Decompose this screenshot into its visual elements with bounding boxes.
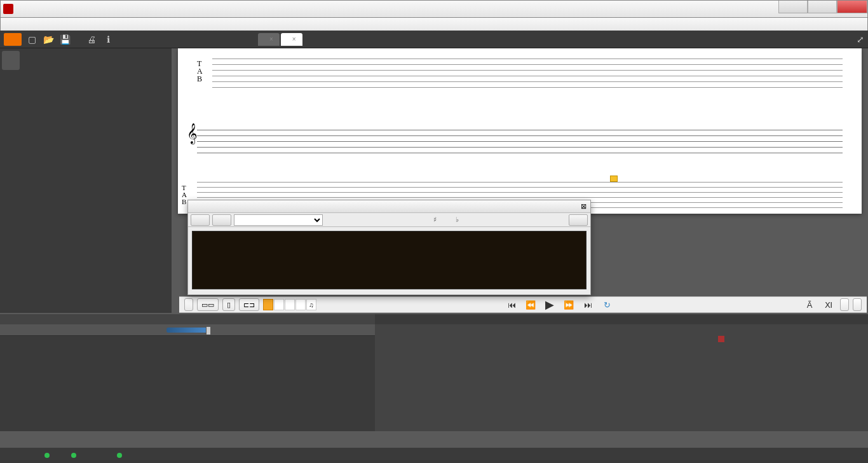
menu-view[interactable]	[96, 23, 107, 25]
brand-logo	[4, 33, 22, 46]
status-led-icon	[117, 453, 122, 458]
menu-sound[interactable]	[85, 23, 96, 25]
menu-file[interactable]	[4, 23, 16, 25]
fretboard[interactable]	[192, 231, 587, 289]
window-close[interactable]	[837, 1, 867, 13]
first-button[interactable]: ⏮	[504, 298, 519, 311]
track-header	[0, 314, 375, 324]
forward-button[interactable]: ⏩	[561, 298, 576, 311]
fretboard-panel[interactable]: ⊠ ♯ ♭	[187, 200, 591, 295]
last-button[interactable]: ⏭	[580, 298, 595, 311]
play-button[interactable]: ▶	[542, 298, 557, 311]
menu-tools[interactable]	[73, 23, 85, 25]
view-mode-2[interactable]: ▯	[222, 298, 235, 311]
playhead-marker	[718, 336, 724, 342]
loop-button[interactable]: ↻	[599, 298, 614, 311]
standard-staff: 𝄞	[197, 130, 843, 162]
voice-4-button[interactable]	[295, 299, 306, 310]
close-icon[interactable]: ×	[292, 36, 296, 43]
edition-palette	[22, 48, 172, 313]
countdown-icon[interactable]: Ⅺ	[821, 298, 836, 311]
menu-window[interactable]	[107, 23, 119, 25]
status-bar	[0, 448, 868, 463]
multivoice-button[interactable]: ♫	[306, 299, 316, 310]
close-icon[interactable]: ×	[269, 36, 273, 43]
sidetab-mixer[interactable]	[2, 127, 20, 146]
track-list	[0, 314, 375, 431]
menu-track[interactable]	[27, 23, 39, 25]
status-led-icon	[71, 453, 76, 458]
new-button[interactable]	[25, 33, 38, 46]
sidetab-chord[interactable]	[2, 153, 20, 172]
metronome-icon[interactable]: Ã	[802, 298, 817, 311]
window-titlebar	[0, 0, 868, 18]
window-maximize[interactable]	[808, 1, 837, 13]
menu-note[interactable]	[50, 23, 62, 25]
fret-next-button[interactable]	[212, 214, 231, 226]
save-button[interactable]	[58, 33, 71, 46]
fretboard-close-icon[interactable]: ⊠	[581, 202, 587, 211]
playback-cursor	[610, 176, 618, 182]
tab-metallica[interactable]: ×	[281, 33, 302, 46]
side-tabstrip	[0, 48, 22, 313]
speed-select[interactable]	[853, 298, 862, 311]
score-page: TAB 𝄞 TAB	[178, 48, 862, 214]
sidetab-effects[interactable]	[2, 102, 20, 121]
view-mode-1[interactable]: ▭▭	[197, 298, 219, 311]
voice-3-button[interactable]	[285, 299, 295, 310]
main-toolbar: × × ⤢	[0, 31, 868, 48]
window-minimize[interactable]	[778, 1, 808, 13]
expand-icon[interactable]: ⤢	[857, 34, 864, 45]
open-button[interactable]	[42, 33, 55, 46]
tab-clef: TAB	[197, 60, 203, 83]
menu-help[interactable]	[119, 23, 130, 25]
voice-1-button[interactable]	[263, 299, 273, 310]
treble-clef-icon: 𝄞	[187, 123, 198, 144]
document-tabs: × ×	[258, 33, 302, 46]
menu-edit[interactable]	[16, 23, 27, 25]
loop-bracket[interactable]: ⊏⊐	[239, 298, 259, 311]
menubar	[0, 18, 868, 31]
tempo-display[interactable]	[840, 298, 849, 311]
fret-show-select[interactable]	[234, 214, 323, 226]
flat-icon[interactable]: ♭	[456, 216, 459, 224]
status-led-icon	[44, 453, 50, 458]
voice-2-button[interactable]	[274, 299, 284, 310]
master-volume-slider[interactable]	[166, 328, 211, 333]
arrangement-view[interactable]	[375, 314, 868, 431]
app-icon	[3, 4, 13, 14]
menu-bar[interactable]	[39, 23, 50, 25]
zoom-select[interactable]	[184, 298, 193, 311]
sidetab-instrument[interactable]	[2, 76, 20, 95]
info-button[interactable]	[102, 33, 114, 46]
tab-steel-guitar[interactable]: ×	[258, 33, 280, 46]
transport-bar: ▭▭ ▯ ⊏⊐ ♫ ⏮ ⏪ ▶ ⏩ ⏭ ↻ Ã Ⅺ	[179, 296, 867, 313]
fret-prev-button[interactable]	[191, 214, 210, 226]
scales-button[interactable]	[569, 214, 588, 226]
menu-effects[interactable]	[62, 23, 73, 25]
rewind-button[interactable]: ⏪	[523, 298, 538, 311]
sidetab-notation[interactable]	[2, 51, 20, 70]
master-track-row[interactable]	[0, 324, 375, 336]
tab-staff-top: TAB	[197, 56, 843, 94]
sidetab-lyrics[interactable]	[2, 178, 20, 197]
timeline-ruler[interactable]	[375, 314, 868, 324]
sharp-icon[interactable]: ♯	[433, 216, 437, 224]
print-button[interactable]	[85, 33, 98, 46]
tab-clef: TAB	[182, 184, 187, 205]
